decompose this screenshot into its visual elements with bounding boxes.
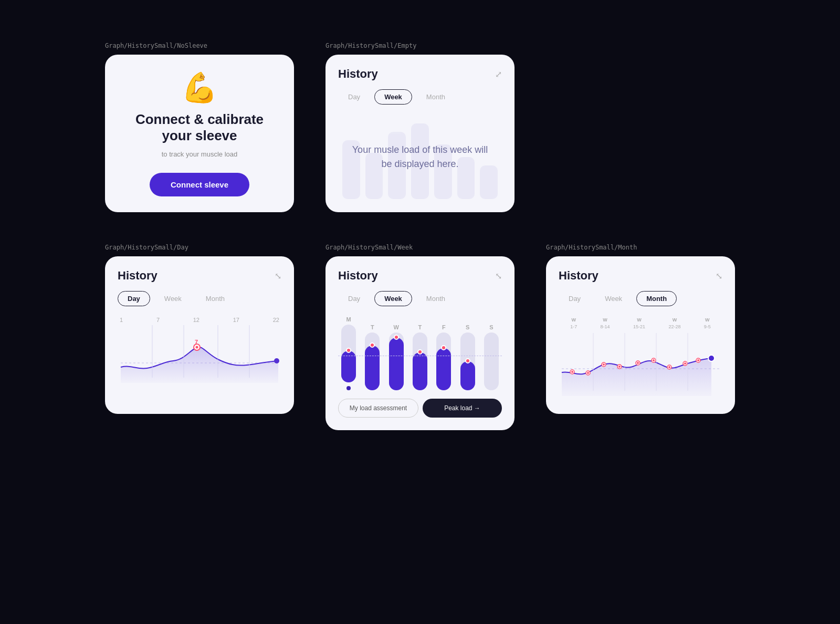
month-header: History ⤡ <box>559 269 722 283</box>
week-label-5: W9-5 <box>704 317 711 330</box>
week-wrapper: Graph/HistorySmall/Week History ⤡ Day We… <box>326 244 514 430</box>
bar-col-m: M <box>338 316 359 390</box>
month-chart-svg <box>559 333 722 396</box>
tab-day-empty[interactable]: Day <box>338 89 370 105</box>
week-title: History <box>338 269 378 283</box>
empty-card: History ⤢ Day Week Month Your <box>326 55 514 212</box>
svg-point-11 <box>571 371 573 373</box>
month-title: History <box>559 269 598 283</box>
expand-icon-month[interactable]: ⤡ <box>716 271 722 281</box>
svg-text:7: 7 <box>195 339 198 345</box>
svg-point-27 <box>697 359 699 361</box>
tab-month-empty[interactable]: Month <box>416 89 455 105</box>
week-header: History ⤡ <box>338 269 502 283</box>
bar-s2 <box>484 332 499 390</box>
month-card: History ⤡ Day Week Month W1-7 W8-14 W15-… <box>546 256 735 414</box>
day-axis: 1 7 12 17 22 <box>118 317 281 323</box>
week-bar-chart: M T <box>338 317 502 390</box>
muscle-emoji: 💪 <box>181 70 218 105</box>
bar-col-w: W <box>386 324 407 390</box>
svg-point-21 <box>653 359 655 361</box>
bar-col-t1: T <box>362 324 383 390</box>
bar-m-dot <box>346 386 351 390</box>
bar-col-f: F <box>433 324 454 390</box>
svg-point-2 <box>196 346 198 349</box>
empty-message: Your musle load of this week will be dis… <box>338 115 502 199</box>
week-label: Graph/HistorySmall/Week <box>326 244 514 251</box>
empty-label: Graph/HistorySmall/Empty <box>326 42 514 49</box>
month-axis-labels: W1-7 W8-14 W15-21 W22-28 W9-5 <box>559 317 722 330</box>
bar-m <box>341 325 356 382</box>
svg-point-17 <box>618 366 621 368</box>
tab-week-month[interactable]: Week <box>595 291 632 306</box>
month-label: Graph/HistorySmall/Month <box>546 244 735 251</box>
nosleeve-card: 💪 Connect & calibrateyour sleeve to trac… <box>105 55 294 212</box>
tab-day-week[interactable]: Day <box>338 291 370 306</box>
empty-tabs: Day Week Month <box>338 89 502 105</box>
day-chart-svg: 7 <box>118 325 281 383</box>
empty-chart-area: Your musle load of this week will be dis… <box>338 115 502 199</box>
nosleeve-wrapper: Graph/HistorySmall/NoSleeve 💪 Connect & … <box>105 42 294 212</box>
day-card: History ⤡ Day Week Month 1 7 12 17 22 <box>105 256 294 414</box>
nosleeve-label: Graph/HistorySmall/NoSleeve <box>105 42 294 49</box>
svg-point-13 <box>587 372 589 374</box>
svg-point-4 <box>274 358 279 363</box>
nosleeve-title: Connect & calibrateyour sleeve <box>135 111 264 144</box>
week-label-4: W22-28 <box>668 317 680 330</box>
empty-title: History <box>338 67 378 81</box>
day-label: Graph/HistorySmall/Day <box>105 244 294 251</box>
bar-col-t2: T <box>410 324 430 390</box>
day-title: History <box>118 269 158 283</box>
tab-month-week[interactable]: Month <box>416 291 455 306</box>
week-label-1: W1-7 <box>570 317 577 330</box>
svg-point-23 <box>668 366 670 368</box>
month-wrapper: Graph/HistorySmall/Month History ⤡ Day W… <box>546 244 735 414</box>
tab-month-day[interactable]: Month <box>196 291 235 306</box>
month-tabs: Day Week Month <box>559 291 722 306</box>
connect-sleeve-button[interactable]: Connect sleeve <box>150 173 249 196</box>
peak-load-button[interactable]: Peak load → <box>423 399 502 418</box>
expand-icon-week[interactable]: ⤡ <box>495 271 502 281</box>
empty-header: History ⤢ <box>338 67 502 81</box>
svg-point-28 <box>708 355 715 361</box>
day-header: History ⤡ <box>118 269 281 283</box>
bar-t2 <box>413 332 427 390</box>
bar-s1 <box>460 332 475 390</box>
expand-icon[interactable]: ⤢ <box>495 69 502 79</box>
svg-point-25 <box>684 362 686 365</box>
empty-wrapper: Graph/HistorySmall/Empty History ⤢ Day W… <box>326 42 514 212</box>
day-tabs: Day Week Month <box>118 291 281 306</box>
bar-f <box>436 332 451 390</box>
tab-week-day[interactable]: Week <box>154 291 192 306</box>
week-label-3: W15-21 <box>633 317 645 330</box>
tab-week-week[interactable]: Week <box>374 291 412 306</box>
week-tabs: Day Week Month <box>338 291 502 306</box>
tab-day-day[interactable]: Day <box>118 291 150 306</box>
svg-point-19 <box>637 362 639 364</box>
week-bottom-buttons: My load assessment Peak load → <box>338 399 502 418</box>
component-grid: Graph/HistorySmall/NoSleeve 💪 Connect & … <box>105 42 735 430</box>
expand-icon-day[interactable]: ⤡ <box>275 271 281 281</box>
tab-week-empty[interactable]: Week <box>374 89 412 105</box>
load-assessment-button[interactable]: My load assessment <box>338 399 418 418</box>
day-wrapper: Graph/HistorySmall/Day History ⤡ Day Wee… <box>105 244 294 414</box>
bar-col-s2: S <box>481 324 502 390</box>
week-label-2: W8-14 <box>601 317 610 330</box>
bar-t1 <box>365 332 380 390</box>
tab-day-month[interactable]: Day <box>559 291 591 306</box>
svg-point-15 <box>603 363 605 366</box>
bar-w <box>389 332 404 390</box>
week-card: History ⤡ Day Week Month M <box>326 256 514 430</box>
bar-col-s1: S <box>457 324 478 390</box>
tab-month-month[interactable]: Month <box>636 291 677 306</box>
nosleeve-subtitle: to track your muscle load <box>162 150 238 158</box>
